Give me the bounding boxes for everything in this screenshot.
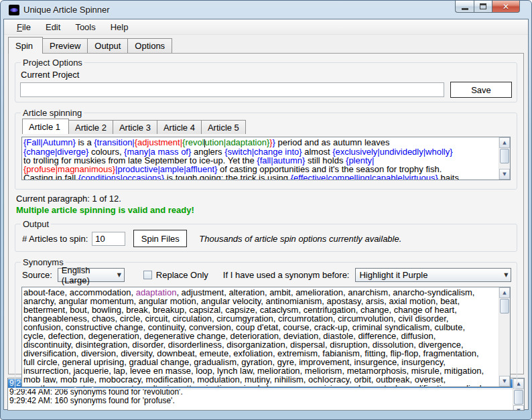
replace-only-checkbox[interactable] bbox=[143, 271, 152, 279]
current-project-label: Current Project bbox=[21, 70, 512, 80]
current-project-input[interactable] bbox=[20, 82, 444, 97]
log-entry[interactable]: 9:29:42 AM: 160 synonyms found for 'prof… bbox=[8, 397, 513, 405]
window-title: Unique Article Spinner bbox=[23, 5, 110, 15]
article-spinning-group: Article spinning Article 1 Article 2 Art… bbox=[15, 113, 517, 190]
tab-article-3[interactable]: Article 3 bbox=[113, 120, 157, 134]
articles-to-spin-label: # Articles to spin: bbox=[22, 234, 88, 244]
project-options-label: Project Options bbox=[21, 58, 84, 68]
spin-files-button[interactable]: Spin Files bbox=[133, 230, 187, 247]
article-textbox[interactable]: {Fall|Autumn} is a {transition|{adjustme… bbox=[21, 137, 511, 180]
scroll-up-icon[interactable]: ▲ bbox=[499, 137, 510, 148]
scroll-track[interactable] bbox=[499, 314, 510, 376]
source-dropdown-value: English (Large) bbox=[62, 265, 115, 285]
client-area: File Edit Tools Help Spin Preview Output… bbox=[3, 19, 529, 410]
used-synonym-label: If I have used a synonym before: bbox=[223, 270, 350, 280]
synonyms-text[interactable]: about-face, accommodation, adaptation, a… bbox=[22, 287, 498, 387]
scroll-down-icon[interactable]: ▼ bbox=[499, 169, 510, 180]
scroll-down-icon[interactable]: ▼ bbox=[499, 376, 510, 387]
synonyms-scrollbar[interactable]: ▲ ▼ bbox=[498, 287, 510, 387]
tab-spin[interactable]: Spin bbox=[8, 37, 43, 54]
output-group: Output # Articles to spin: Spin Files Th… bbox=[15, 224, 517, 252]
tab-article-4[interactable]: Article 4 bbox=[157, 120, 202, 134]
menu-tools[interactable]: Tools bbox=[68, 19, 103, 34]
chevron-down-icon: ▼ bbox=[501, 272, 508, 278]
spin-tab-page: Project Options Current Project Save Art… bbox=[8, 53, 524, 374]
galaxy-icon bbox=[10, 8, 18, 12]
article-text[interactable]: {Fall|Autumn} is a {transition|{adjustme… bbox=[22, 137, 498, 180]
tab-article-2[interactable]: Article 2 bbox=[69, 120, 113, 134]
app-window: Unique Article Spinner ✕ File Edit Tools… bbox=[0, 0, 532, 420]
menu-edit[interactable]: Edit bbox=[38, 19, 68, 34]
output-label: Output bbox=[21, 219, 51, 229]
spin-options-info: Thousands of article spin options curren… bbox=[199, 234, 401, 244]
minimize-icon bbox=[462, 8, 468, 10]
tab-article-5[interactable]: Article 5 bbox=[202, 120, 246, 134]
close-icon: ✕ bbox=[503, 2, 509, 11]
maximize-button[interactable] bbox=[474, 1, 492, 13]
app-icon bbox=[9, 5, 19, 15]
synonyms-label: Synonyms bbox=[21, 257, 66, 267]
replace-only-label: Replace Only bbox=[156, 270, 208, 280]
menu-bar: File Edit Tools Help bbox=[4, 19, 528, 35]
scroll-thumb[interactable] bbox=[500, 149, 509, 163]
tab-article-1[interactable]: Article 1 bbox=[22, 119, 69, 134]
menu-help[interactable]: Help bbox=[103, 19, 136, 34]
source-dropdown[interactable]: English (Large) ▼ bbox=[58, 268, 125, 282]
article-spinning-label: Article spinning bbox=[21, 108, 84, 118]
menu-file[interactable]: File bbox=[9, 19, 38, 34]
scroll-thumb[interactable] bbox=[514, 390, 523, 405]
spin-status-message: Multiple article spinning is valid and r… bbox=[16, 205, 516, 215]
article-tabstrip: Article 1 Article 2 Article 3 Article 4 … bbox=[22, 119, 512, 134]
chevron-down-icon: ▼ bbox=[115, 272, 121, 278]
scroll-up-icon[interactable]: ▲ bbox=[499, 287, 510, 298]
tab-output[interactable]: Output bbox=[88, 38, 128, 53]
save-button[interactable]: Save bbox=[450, 82, 512, 98]
scroll-track[interactable] bbox=[499, 164, 510, 169]
close-button[interactable]: ✕ bbox=[492, 1, 520, 13]
articles-to-spin-input[interactable] bbox=[92, 232, 125, 246]
synonyms-box[interactable]: about-face, accommodation, adaptation, a… bbox=[21, 287, 511, 387]
current-paragraph-text: Current paragraph: 1 of 12. bbox=[16, 194, 516, 204]
scroll-down-icon[interactable]: ▼ bbox=[513, 405, 524, 411]
source-label: Source: bbox=[22, 270, 52, 280]
project-options-group: Project Options Current Project Save bbox=[15, 62, 517, 102]
window-controls: ✕ bbox=[455, 1, 520, 13]
used-synonym-dropdown[interactable]: Highlight it Purple ▼ bbox=[355, 268, 511, 282]
scroll-thumb[interactable] bbox=[500, 299, 509, 313]
main-tabstrip: Spin Preview Output Options bbox=[8, 37, 528, 53]
minimize-button[interactable] bbox=[455, 1, 474, 13]
synonyms-group: Synonyms Source: English (Large) ▼ Repla… bbox=[15, 262, 517, 389]
tab-options[interactable]: Options bbox=[128, 38, 172, 53]
maximize-icon bbox=[480, 3, 486, 9]
used-synonym-dropdown-value: Highlight it Purple bbox=[359, 270, 427, 280]
article-scrollbar[interactable]: ▲ ▼ bbox=[498, 137, 510, 180]
title-bar[interactable]: Unique Article Spinner bbox=[3, 1, 529, 19]
tab-preview[interactable]: Preview bbox=[43, 38, 88, 53]
